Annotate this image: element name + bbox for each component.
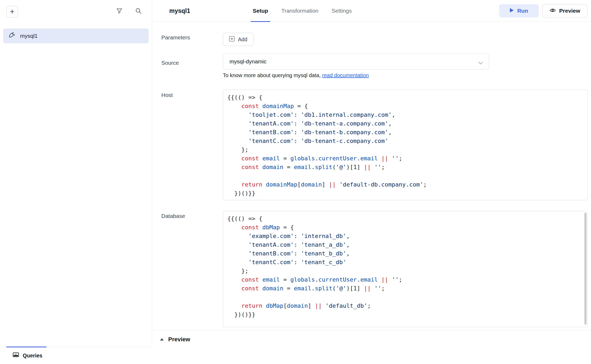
queries-panel-tab[interactable]: Queries [0,347,152,364]
play-icon [510,8,514,14]
editor-tabs: Setup Transformation Settings [253,0,352,22]
preview-divider [152,330,591,330]
source-help-prefix: To know more about querying mysql data, [223,72,322,78]
host-code-content: {{(() => { const domainMap = { 'tooljet.… [223,90,587,200]
query-list-item-mysql1[interactable]: mysql1 [3,29,149,43]
preview-section-title: Preview [168,336,190,343]
database-label: Database [161,213,185,219]
parameters-label: Parameters [161,34,190,41]
chevron-down-icon [478,60,483,66]
add-query-button[interactable]: + [6,6,18,17]
queries-icon [13,352,19,359]
query-editor-header: mysql1 Setup Transformation Settings Run… [152,0,591,22]
eye-icon [550,8,556,14]
host-code-editor[interactable]: {{(() => { const domainMap = { 'tooljet.… [223,90,588,200]
preview-button-label: Preview [559,8,580,14]
active-tab-indicator [6,347,46,347]
tab-setup[interactable]: Setup [253,0,268,22]
collapse-up-icon [160,337,164,342]
source-select[interactable]: mysql-dynamic [223,54,489,69]
mysql-icon [8,32,16,40]
scrollbar-thumb[interactable] [584,213,587,325]
queries-sidebar: + mysql1 Queries [0,0,152,364]
query-item-label: mysql1 [20,33,38,39]
preview-button[interactable]: Preview [542,4,587,17]
source-label: Source [161,60,179,66]
database-code-editor[interactable]: {{(() => { const dbMap = { 'example.com'… [223,211,588,327]
query-editor-panel: mysql1 Setup Transformation Settings Run… [152,0,591,364]
tab-settings[interactable]: Settings [332,0,352,22]
plus-square-icon [229,36,235,43]
host-label: Host [161,92,173,98]
add-parameter-label: Add [238,36,247,43]
add-parameter-button[interactable]: Add [223,33,254,46]
database-code-content: {{(() => { const dbMap = { 'example.com'… [223,211,587,322]
filter-icon[interactable] [116,7,123,14]
source-select-value: mysql-dynamic [229,58,266,65]
queries-tab-label: Queries [23,353,42,359]
run-button-label: Run [517,8,528,14]
preview-panel-header[interactable]: Preview [152,332,591,347]
query-list: mysql1 [3,29,149,43]
source-help-text: To know more about querying mysql data, … [223,72,369,78]
run-button[interactable]: Run [499,4,539,17]
header-actions: Run Preview [499,4,587,17]
search-icon[interactable] [135,7,142,14]
read-documentation-link[interactable]: read documentation [322,72,369,78]
tab-transformation[interactable]: Transformation [281,0,318,22]
query-name[interactable]: mysql1 [169,7,190,15]
